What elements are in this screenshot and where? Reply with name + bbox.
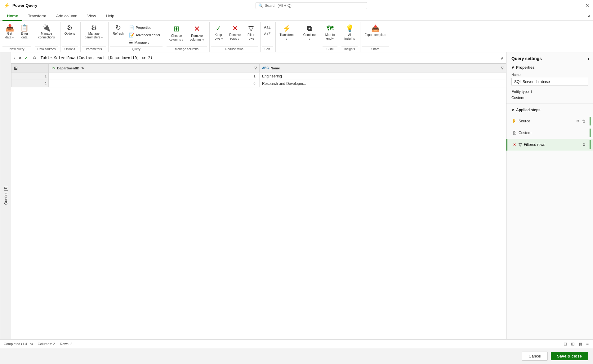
- cell-department-id-2: 6: [49, 80, 260, 87]
- cell-name-2: Research and Developm...: [259, 80, 506, 87]
- ai-insights-icon: 💡: [346, 24, 354, 33]
- step-source[interactable]: 🗄 Source ⚙ 🗑: [506, 115, 593, 127]
- manage-parameters-label: Manageparameters ∨: [85, 32, 103, 39]
- status-rows: Rows: 2: [60, 342, 72, 346]
- ribbon-group-data-sources-label: Data sources: [35, 46, 57, 51]
- formula-expand-button[interactable]: ›: [14, 55, 15, 60]
- entity-type-info-icon: ℹ: [531, 90, 532, 94]
- applied-steps-section-label: Applied steps: [516, 108, 541, 112]
- step-custom[interactable]: 🗄 Custom: [506, 127, 593, 139]
- combine-label: Combine∨: [303, 33, 316, 41]
- tab-transform[interactable]: Transform: [24, 12, 51, 21]
- refresh-button[interactable]: ↻ Refresh: [110, 23, 126, 37]
- status-right: ⊟ ⊞ ▦ ≡: [563, 341, 589, 347]
- manage-button[interactable]: ☰ Manage ∨: [127, 39, 163, 46]
- column-header-name[interactable]: ABC Name ▽: [259, 64, 506, 72]
- step-source-delete-icon[interactable]: 🗑: [582, 118, 586, 124]
- properties-section-header[interactable]: ∨ Properties: [506, 64, 593, 72]
- formula-controls: ✕ ✓: [18, 55, 29, 61]
- sort-descending-button[interactable]: A↓Z: [262, 31, 273, 37]
- transform-button[interactable]: ⚡ Transform∨: [277, 23, 296, 42]
- properties-label: Properties: [136, 26, 151, 29]
- formula-collapse-button[interactable]: ∧: [501, 55, 504, 60]
- ribbon-group-transform-items: ⚡ Transform∨: [277, 23, 296, 49]
- advanced-editor-button[interactable]: 📝 Advanced editor: [127, 32, 163, 38]
- ai-insights-button[interactable]: 💡 AIinsights: [341, 23, 358, 42]
- formula-input[interactable]: [41, 56, 498, 60]
- combine-button[interactable]: ⧉ Combine∨: [301, 23, 319, 42]
- tab-help[interactable]: Help: [101, 12, 118, 21]
- sort-ascending-button[interactable]: A↑Z: [262, 24, 273, 30]
- get-data-button[interactable]: 📥 Getdata ∨: [2, 23, 17, 41]
- table-row[interactable]: 2 6 Research and Developm...: [11, 80, 506, 87]
- tab-view[interactable]: View: [83, 12, 100, 21]
- name-property-row: Name SQL Server database: [506, 72, 593, 88]
- grid-container[interactable]: ⊞ 1²₃ DepartmentID ⇅ ▽: [11, 64, 506, 339]
- properties-section-label: Properties: [516, 65, 534, 70]
- step-custom-icon: 🗄: [512, 130, 517, 135]
- step-filtered-rows-delete-icon[interactable]: ✕: [512, 142, 517, 147]
- remove-columns-button[interactable]: ✕ Removecolumns ∨: [187, 23, 207, 43]
- search-box[interactable]: 🔍 Search (Alt + Q): [256, 2, 367, 9]
- ribbon-group-combine-items: ⧉ Combine∨: [301, 23, 319, 49]
- table-row[interactable]: 1 1 Engineering: [11, 72, 506, 80]
- ribbon-collapse-button[interactable]: ∧: [588, 14, 591, 18]
- options-icon: ⚙: [67, 24, 73, 31]
- step-filtered-rows-settings-icon[interactable]: ⚙: [582, 142, 586, 147]
- ribbon-group-parameters-items: ⚙ Manageparameters ∨: [82, 23, 106, 46]
- ribbon-group-reduce-rows-items: ✓ Keeprows ∨ ✕ Removerows ∨ ▽ Filterrows: [211, 23, 258, 46]
- properties-button[interactable]: 📄 Properties: [127, 24, 163, 31]
- ribbon-group-query: ↻ Refresh 📄 Properties 📝 Advanced editor: [109, 22, 165, 52]
- step-custom-label: Custom: [519, 131, 588, 135]
- step-source-icon: 🗄: [512, 119, 517, 124]
- status-diagram-icon[interactable]: ⊞: [570, 341, 575, 347]
- formula-confirm-button[interactable]: ✓: [24, 55, 29, 61]
- col-filter-department-id[interactable]: ▽: [254, 66, 257, 70]
- cancel-button[interactable]: Cancel: [522, 352, 547, 361]
- transform-label: Transform∨: [280, 33, 294, 41]
- ribbon-group-query-label: Query: [110, 46, 163, 51]
- save-close-button[interactable]: Save & close: [551, 352, 588, 360]
- enter-data-icon: 📋: [20, 24, 29, 31]
- query-settings-expand-icon[interactable]: ›: [588, 56, 589, 61]
- data-table: ⊞ 1²₃ DepartmentID ⇅ ▽: [11, 64, 506, 87]
- ribbon-group-new-query: 📥 Getdata ∨ 📋 Enterdata New query: [1, 22, 34, 52]
- col-filter-name[interactable]: ▽: [501, 66, 503, 70]
- status-data-icon[interactable]: ▦: [578, 341, 583, 347]
- close-button[interactable]: ✕: [585, 2, 589, 8]
- app-container: ⚡ Power Query 🔍 Search (Alt + Q) ✕ Home …: [0, 0, 593, 364]
- name-property-value[interactable]: SQL Server database: [511, 78, 588, 86]
- manage-parameters-button[interactable]: ⚙ Manageparameters ∨: [82, 23, 106, 41]
- manage-connections-button[interactable]: 🔌 Manageconnections: [35, 23, 57, 41]
- queries-panel[interactable]: Queries [1]: [0, 52, 11, 339]
- keep-rows-button[interactable]: ✓ Keeprows ∨: [211, 23, 226, 42]
- tab-home[interactable]: Home: [2, 12, 22, 21]
- formula-cancel-button[interactable]: ✕: [18, 55, 23, 61]
- status-schema-icon[interactable]: ≡: [586, 341, 589, 347]
- combine-icon: ⧉: [307, 24, 312, 33]
- step-source-settings-icon[interactable]: ⚙: [576, 118, 580, 124]
- choose-columns-button[interactable]: ⊞ Choosecolumns ∨: [167, 23, 186, 43]
- export-template-button[interactable]: 📤 Export template: [362, 23, 389, 38]
- entity-type-row: Entity type ℹ: [506, 88, 593, 95]
- refresh-label: Refresh: [113, 32, 123, 36]
- export-template-label: Export template: [364, 33, 386, 37]
- sort-desc-icon: A↓Z: [264, 32, 270, 36]
- ai-insights-label: AIinsights: [344, 33, 355, 41]
- step-filtered-rows[interactable]: ✕ ▽ Filtered rows ⚙: [506, 139, 593, 151]
- properties-chevron-icon: ∨: [511, 65, 514, 70]
- map-to-entity-button[interactable]: 🗺 Map toentity: [323, 23, 338, 42]
- tab-add-column[interactable]: Add column: [52, 12, 82, 21]
- options-button[interactable]: ⚙ Options: [62, 23, 78, 37]
- remove-rows-label: Removerows ∨: [229, 33, 241, 41]
- step-filtered-rows-bar: [590, 140, 591, 149]
- filter-rows-button[interactable]: ▽ Filterrows: [244, 23, 258, 42]
- app-name: Power Query: [12, 3, 37, 8]
- status-info: Completed (1.41 s) Columns: 2 Rows: 2: [4, 342, 72, 346]
- status-step-icon[interactable]: ⊟: [563, 341, 568, 347]
- remove-rows-button[interactable]: ✕ Removerows ∨: [226, 23, 243, 42]
- applied-steps-section-header[interactable]: ∨ Applied steps: [506, 106, 593, 114]
- enter-data-button[interactable]: 📋 Enterdata: [17, 23, 31, 41]
- column-header-department-id[interactable]: 1²₃ DepartmentID ⇅ ▽: [49, 64, 260, 72]
- ribbon: 📥 Getdata ∨ 📋 Enterdata New query 🔌 Mana…: [0, 21, 593, 52]
